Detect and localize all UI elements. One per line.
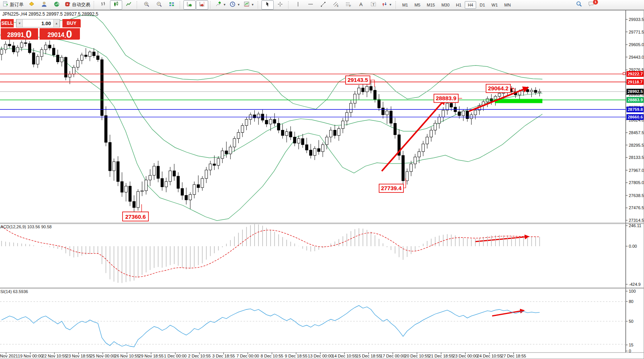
volume-decrement-button[interactable]: ▼	[16, 19, 23, 27]
svg-text:19 Nov 00:00: 19 Nov 00:00	[18, 354, 43, 358]
svg-text:20 Dec 10:55: 20 Dec 10:55	[405, 354, 429, 358]
svg-text:27805.0: 27805.0	[629, 180, 644, 185]
svg-text:28883.9: 28883.9	[436, 95, 456, 101]
svg-text:2 Dec 10:55: 2 Dec 10:55	[188, 354, 210, 358]
svg-text:26 Nov 10:55: 26 Nov 10:55	[115, 354, 139, 358]
svg-text:27739.4: 27739.4	[381, 185, 402, 191]
svg-text:13 Dec 00:00: 13 Dec 00:00	[308, 354, 333, 358]
svg-text:29933.5: 29933.5	[629, 17, 644, 22]
bollinger-middle	[0, 35, 542, 158]
macd-indicator-label: MACD(12,26,9) 103.56 90.58	[0, 224, 52, 229]
svg-text:3 Dec 18:55: 3 Dec 18:55	[212, 354, 235, 358]
candles-layer	[0, 37, 541, 217]
svg-text:29222.7: 29222.7	[628, 72, 643, 76]
svg-text:50: 50	[629, 319, 633, 324]
svg-text:23 Dec 00:00: 23 Dec 00:00	[453, 354, 478, 358]
volume-increment-button[interactable]: ▲	[53, 19, 60, 27]
rsi-indicator-label: RSI(14) 63.5936	[0, 289, 28, 294]
svg-text:28992.5: 28992.5	[628, 89, 643, 94]
svg-text:-424.9: -424.9	[629, 282, 641, 287]
svg-text:21 Dec 18:55: 21 Dec 18:55	[429, 354, 453, 358]
chart-ohlc-title: JPN225-,H4 28952.5 28997.5 28927.5 28992…	[2, 11, 98, 17]
sell-price-main: 28991	[7, 31, 24, 39]
svg-text:25 Nov 00:00: 25 Nov 00:00	[90, 354, 115, 358]
bollinger-upper	[0, 15, 542, 109]
rsi-line	[2, 306, 540, 347]
svg-text:29771.5: 29771.5	[629, 30, 644, 34]
svg-text:9 Dec 18:55: 9 Dec 18:55	[285, 354, 307, 358]
macd-histogram	[2, 224, 540, 283]
volume-field: ▼ 1.00 ▲	[16, 19, 60, 27]
svg-text:29143.5: 29143.5	[348, 77, 368, 83]
svg-text:29443.0: 29443.0	[629, 55, 644, 59]
svg-text:18 Nov 2021: 18 Nov 2021	[0, 354, 18, 358]
svg-text:28660.6: 28660.6	[628, 115, 643, 119]
svg-text:27360.6: 27360.6	[125, 213, 146, 220]
chart-area[interactable]: 29143.529064.228883.927739.427360.629933…	[0, 0, 644, 359]
sell-price-pip: 0	[26, 29, 32, 39]
object-anchor	[512, 89, 515, 91]
svg-text:28759.8: 28759.8	[628, 107, 643, 112]
svg-text:1 Dec 00:00: 1 Dec 00:00	[164, 354, 187, 358]
buy-price-main: 29014	[48, 31, 65, 39]
svg-text:29605.0: 29605.0	[629, 42, 644, 47]
svg-text:100: 100	[629, 289, 636, 293]
svg-text:246.11: 246.11	[629, 223, 641, 228]
svg-text:17 Dec 00:00: 17 Dec 00:00	[380, 354, 405, 358]
buy-price-pip: 0	[66, 29, 72, 39]
svg-text:29064.2: 29064.2	[488, 85, 509, 91]
svg-text:0: 0	[629, 349, 631, 353]
volume-value[interactable]: 1.00	[23, 19, 53, 27]
svg-text:8 Dec 10:55: 8 Dec 10:55	[261, 354, 283, 358]
svg-text:22 Nov 10:55: 22 Nov 10:55	[42, 354, 67, 358]
sell-button[interactable]: SELL	[1, 19, 14, 27]
trend-arrow	[492, 311, 523, 316]
one-click-trading-panel: SELL ▼ 1.00 ▲ BUY 28991.0 29014.0	[1, 19, 81, 40]
svg-text:29 Nov 18:55: 29 Nov 18:55	[139, 354, 163, 358]
buy-button[interactable]: BUY	[62, 19, 81, 27]
svg-text:7 Dec 00:00: 7 Dec 00:00	[236, 354, 259, 358]
support-zone-highlight	[495, 99, 542, 103]
svg-text:29118.7: 29118.7	[628, 80, 642, 84]
svg-text:28457.5: 28457.5	[629, 130, 644, 135]
svg-text:15 Dec 18:55: 15 Dec 18:55	[356, 354, 381, 358]
buy-price[interactable]: 29014.0	[40, 28, 80, 40]
svg-text:27314.5: 27314.5	[629, 218, 644, 223]
svg-text:28295.5: 28295.5	[629, 143, 644, 147]
sell-price[interactable]: 28991.0	[1, 28, 38, 40]
object-anchor	[623, 72, 625, 75]
svg-text:27476.5: 27476.5	[629, 205, 644, 210]
svg-text:23 Nov 18:55: 23 Nov 18:55	[66, 354, 91, 358]
svg-text:27 Dec 18:55: 27 Dec 18:55	[501, 354, 526, 358]
svg-text:14 Dec 10:55: 14 Dec 10:55	[332, 354, 357, 358]
svg-text:80: 80	[629, 299, 633, 304]
svg-text:15: 15	[629, 343, 633, 347]
svg-text:28883.9: 28883.9	[628, 98, 643, 102]
svg-text:27638.5: 27638.5	[629, 193, 644, 198]
svg-text:28133.5: 28133.5	[629, 155, 644, 160]
svg-text:24 Dec 10:55: 24 Dec 10:55	[477, 354, 502, 358]
svg-text:27967.0: 27967.0	[629, 168, 644, 173]
svg-text:0.00: 0.00	[629, 244, 637, 248]
